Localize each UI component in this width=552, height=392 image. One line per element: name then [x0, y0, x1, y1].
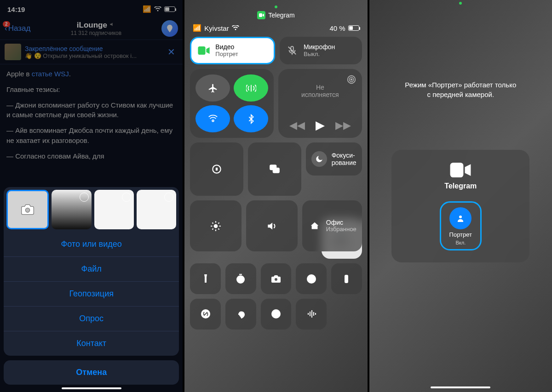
svg-rect-15 — [345, 275, 348, 283]
svg-point-0 — [25, 208, 29, 212]
camera-active-dot — [459, 2, 462, 5]
mic-off-icon — [285, 44, 299, 57]
bluetooth-toggle[interactable] — [234, 105, 268, 132]
airplay-icon[interactable] — [346, 74, 356, 85]
focus-tile[interactable]: Фокуси- рование — [306, 142, 362, 176]
home-tile[interactable]: ОфисИзбранное — [302, 200, 362, 252]
screenshot-portrait-popup: Режим «Портрет» работает только с передн… — [369, 0, 552, 392]
media-controls: ◀◀ ▶ ▶▶ — [284, 118, 356, 132]
photo-thumb[interactable] — [52, 190, 91, 229]
svg-rect-1 — [259, 13, 262, 17]
empty-tile — [331, 299, 362, 330]
cancel-button[interactable]: Отмена — [4, 360, 179, 385]
camera-tile[interactable] — [261, 263, 292, 294]
now-playing-label: Не исполняется — [284, 84, 356, 98]
svg-point-5 — [351, 79, 352, 80]
portrait-toggle[interactable]: Портрет Вкл. — [440, 201, 482, 250]
svg-rect-9 — [273, 168, 279, 173]
menu-poll[interactable]: Опрос — [4, 306, 179, 331]
svg-rect-25 — [450, 163, 464, 177]
attachment-sheet: Фото или видео Файл Геопозиция Опрос Кон… — [4, 187, 179, 389]
attachment-menu: Фото или видео Файл Геопозиция Опрос Кон… — [4, 232, 179, 356]
flashlight-tile[interactable] — [190, 263, 221, 294]
svg-point-26 — [459, 216, 462, 218]
menu-file[interactable]: Файл — [4, 256, 179, 281]
screenshot-control-center: Telegram 📶 Kyivstar 40 % Видео Портрет — [184, 0, 367, 392]
video-effects-popup: Telegram Портрет Вкл. — [391, 150, 529, 262]
prev-track-button[interactable]: ◀◀ — [289, 119, 305, 131]
toggle-state: Вкл. — [455, 240, 466, 245]
carrier-label: Kyivstar — [204, 24, 229, 32]
home-indicator[interactable] — [62, 387, 121, 389]
toggle-label: Портрет — [449, 231, 472, 238]
airplane-toggle[interactable] — [196, 74, 230, 102]
home-icon — [308, 219, 322, 233]
cc-status-bar: 📶 Kyivstar 40 % — [184, 24, 367, 37]
svg-point-17 — [240, 312, 242, 314]
mic-mode-tile[interactable]: Микрофон Выкл. — [280, 37, 362, 64]
portrait-note: Режим «Портрет» работает только с передн… — [396, 80, 525, 99]
app-name: Telegram — [268, 11, 295, 19]
photo-thumb[interactable] — [137, 190, 176, 229]
svg-point-12 — [275, 278, 277, 281]
svg-rect-24 — [315, 313, 316, 315]
battery-pct: 40 % — [329, 24, 345, 32]
signal-icon: 📶 — [193, 24, 201, 32]
video-icon — [197, 44, 211, 57]
portrait-icon — [449, 207, 472, 229]
quick-action-row — [190, 263, 362, 294]
svg-rect-23 — [313, 312, 314, 316]
wifi-icon — [232, 24, 239, 32]
quick-note-tile[interactable] — [261, 299, 292, 330]
connectivity-tile[interactable] — [190, 69, 274, 138]
svg-point-14 — [310, 277, 313, 281]
media-thumbnails — [4, 187, 179, 232]
svg-rect-22 — [311, 310, 312, 318]
next-track-button[interactable]: ▶▶ — [335, 119, 351, 131]
popup-app-name: Telegram — [444, 182, 477, 190]
quick-action-row-2 — [190, 299, 362, 330]
media-tile[interactable]: Не исполняется ◀◀ ▶ ▶▶ — [278, 69, 362, 138]
moon-icon — [311, 151, 327, 167]
rotation-lock-tile[interactable] — [190, 142, 243, 196]
battery-icon — [348, 25, 359, 31]
voice-memo-tile[interactable] — [296, 299, 327, 330]
svg-point-19 — [275, 312, 277, 315]
cellular-toggle[interactable] — [234, 74, 268, 102]
wifi-toggle[interactable] — [196, 105, 230, 132]
svg-rect-2 — [198, 46, 206, 55]
menu-location[interactable]: Геопозиция — [4, 281, 179, 306]
apple-tv-remote-tile[interactable] — [331, 263, 362, 294]
video-effects-tile[interactable]: Видео Портрет — [190, 37, 275, 64]
screen-record-tile[interactable] — [296, 263, 327, 294]
play-button[interactable]: ▶ — [316, 118, 325, 132]
menu-photo-video[interactable]: Фото или видео — [4, 232, 179, 256]
svg-rect-20 — [308, 313, 309, 315]
photo-thumb[interactable] — [94, 190, 134, 229]
svg-rect-7 — [216, 168, 218, 171]
camera-button[interactable] — [6, 190, 49, 229]
shazam-tile[interactable] — [190, 299, 221, 330]
menu-contact[interactable]: Контакт — [4, 331, 179, 356]
screenshot-telegram-attach: 14:19 📶 2 ‹ Назад iLounge 11 312 подписч… — [0, 0, 183, 392]
control-center: Видео Портрет Микрофон Выкл. — [184, 37, 367, 330]
active-app-pill[interactable]: Telegram — [257, 11, 295, 19]
timer-tile[interactable] — [225, 263, 256, 294]
svg-rect-21 — [310, 312, 310, 316]
hearing-tile[interactable] — [225, 299, 256, 330]
home-indicator[interactable] — [431, 386, 490, 388]
video-icon — [450, 163, 471, 177]
camera-active-dot — [275, 6, 277, 8]
screen-mirroring-tile[interactable] — [248, 142, 301, 196]
video-icon — [257, 11, 265, 19]
